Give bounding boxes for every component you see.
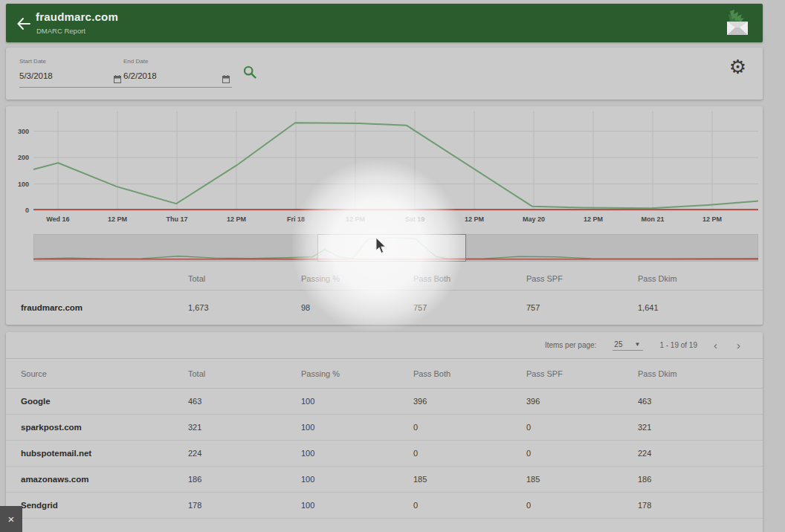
column-header: Total: [188, 274, 301, 283]
row-value: 463: [188, 397, 301, 406]
brush-shade-right: [466, 234, 758, 262]
pagination-bar: Items per page: 25 ▼ 1 - 19 of 19 ‹ ›: [6, 332, 763, 359]
timeseries-chart: [6, 106, 763, 229]
settings-gear-icon[interactable]: ⚙: [729, 57, 746, 77]
row-value: 98: [301, 303, 413, 312]
table-row[interactable]: Sendgrid17810000178: [6, 493, 763, 519]
start-date-field[interactable]: Start Date 5/3/2018: [19, 58, 123, 88]
calendar-icon[interactable]: [222, 75, 230, 83]
x-tick-label: 12 PM: [571, 215, 616, 223]
column-header: Passing %: [301, 274, 413, 283]
column-header: Pass SPF: [526, 274, 638, 283]
filter-bar: Start Date 5/3/2018 End Date 6/2/2018 ⚙: [6, 48, 763, 100]
x-tick-label: 12 PM: [452, 215, 497, 223]
app-header: fraudmarc.com DMARC Report: [6, 4, 763, 42]
column-header: Pass Both: [413, 369, 526, 378]
row-value: 178: [188, 501, 301, 510]
row-name: hubspotemail.net: [21, 449, 188, 458]
y-tick-label: 200: [10, 154, 29, 161]
row-value: 321: [638, 423, 763, 432]
row-value: 186: [188, 475, 301, 484]
row-value: 757: [526, 303, 638, 312]
row-name: sparkpost.com: [21, 423, 188, 432]
row-value: 185: [526, 475, 638, 484]
row-value: 100: [301, 475, 413, 484]
y-tick-label: 0: [10, 207, 29, 214]
row-value: 1,641: [638, 303, 763, 312]
page-subtitle: DMARC Report: [36, 27, 85, 35]
summary-table-row[interactable]: fraudmarc.com1,673987577571,641: [6, 291, 763, 324]
row-value: 178: [638, 501, 763, 510]
brush-selection-window[interactable]: [317, 234, 466, 262]
summary-table-header: TotalPassing %Pass BothPass SPFPass Dkim: [6, 267, 763, 291]
x-tick-label: Sat 19: [392, 215, 437, 223]
table-row[interactable]: Google463100396396463: [6, 389, 763, 415]
row-value: 0: [526, 501, 638, 510]
search-icon: [242, 65, 257, 80]
column-header: Pass Dkim: [638, 369, 763, 378]
row-value: 224: [638, 449, 763, 458]
x-tick-label: 12 PM: [214, 215, 259, 223]
y-tick-label: 300: [10, 128, 29, 135]
page-range-label: 1 - 19 of 19: [659, 341, 697, 349]
x-tick-label: Mon 21: [630, 215, 675, 223]
calendar-icon[interactable]: [114, 75, 121, 83]
start-date-label: Start Date: [19, 58, 123, 65]
chart-card: 0100200300 Wed 1612 PMThu 1712 PMFri 181…: [6, 106, 763, 325]
page-title: fraudmarc.com: [36, 10, 118, 23]
previous-page-button[interactable]: ‹: [714, 340, 717, 351]
table-row[interactable]: sparkpost.com32110000321: [6, 415, 763, 441]
y-tick-label: 100: [10, 181, 29, 188]
x-tick-label: Wed 16: [36, 215, 80, 223]
column-header: Total: [188, 369, 301, 378]
table-row[interactable]: hubspotemail.net22410000224: [6, 441, 763, 467]
end-date-value: 6/2/2018: [123, 71, 157, 80]
items-per-page-select[interactable]: 25 ▼: [613, 340, 643, 351]
row-value: 1,673: [188, 303, 301, 312]
sources-card: Items per page: 25 ▼ 1 - 19 of 19 ‹ › So…: [6, 332, 763, 532]
row-name: fraudmarc.com: [21, 303, 188, 312]
row-value: 757: [413, 303, 526, 312]
x-tick-label: Fri 18: [274, 215, 318, 223]
row-value: 186: [638, 475, 763, 484]
x-tick-label: 12 PM: [333, 215, 378, 223]
x-tick-label: 12 PM: [690, 215, 734, 223]
row-name: Google: [21, 397, 188, 406]
row-value: 396: [413, 397, 526, 406]
x-tick-label: Thu 17: [155, 215, 199, 223]
row-value: 463: [638, 397, 763, 406]
x-tick-label: May 20: [511, 215, 556, 223]
back-button[interactable]: [15, 15, 33, 33]
row-value: 100: [301, 449, 413, 458]
next-page-button[interactable]: ›: [737, 340, 740, 351]
start-date-value: 5/3/2018: [19, 71, 53, 80]
chevron-down-icon: ▼: [634, 341, 640, 348]
arrow-left-icon: [15, 15, 33, 33]
x-tick-label: 12 PM: [95, 215, 140, 223]
column-header: Passing %: [301, 369, 413, 378]
row-value: 396: [526, 397, 638, 406]
row-value: 100: [301, 501, 413, 510]
sources-table-body: Google463100396396463sparkpost.com321100…: [6, 389, 763, 519]
search-button[interactable]: [242, 65, 257, 80]
row-value: 185: [413, 475, 526, 484]
end-date-field[interactable]: End Date 6/2/2018: [123, 58, 232, 88]
column-header: Pass Both: [413, 274, 526, 283]
close-overlay-button[interactable]: ×: [0, 506, 22, 532]
page: fraudmarc.com DMARC Report Start Date 5/…: [0, 0, 785, 532]
fraudmarc-envelope-logo-icon: [724, 10, 751, 38]
row-value: 0: [413, 423, 526, 432]
brush-shade-left: [33, 234, 317, 262]
chart-brush[interactable]: [33, 234, 758, 262]
row-value: 0: [526, 449, 638, 458]
row-value: 224: [188, 449, 301, 458]
items-per-page-value: 25: [614, 340, 622, 348]
end-date-label: End Date: [123, 58, 232, 65]
row-value: 0: [526, 423, 638, 432]
row-value: 100: [301, 397, 413, 406]
column-header: Pass Dkim: [638, 274, 763, 283]
row-value: 100: [301, 423, 413, 432]
table-row[interactable]: amazonaws.com186100185185186: [6, 467, 763, 493]
row-value: 0: [413, 501, 526, 510]
column-header: Source: [21, 369, 188, 378]
